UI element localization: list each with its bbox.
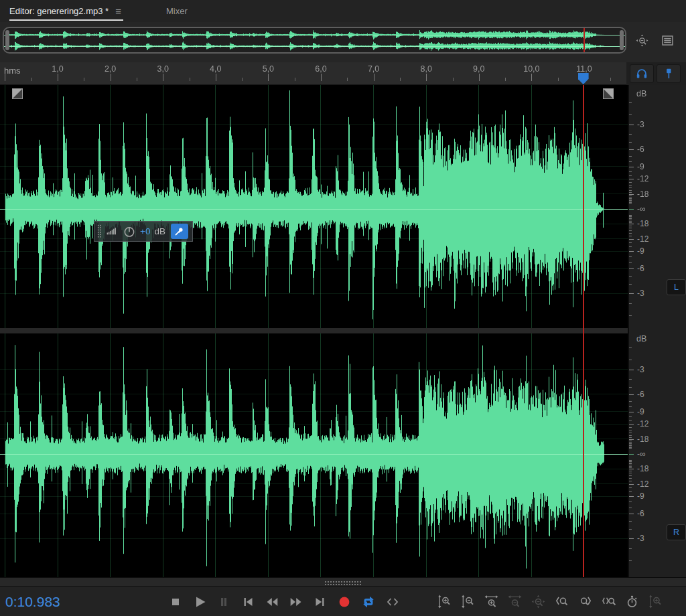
- db-label: -9: [637, 491, 644, 501]
- zoom-out-h-icon: [507, 594, 523, 609]
- rewind-button[interactable]: [263, 593, 281, 611]
- db-label: -6: [637, 509, 644, 518]
- db-tick: [629, 192, 632, 193]
- db-axis-label: dB: [636, 334, 646, 343]
- zoom-in-time-button[interactable]: [482, 593, 500, 611]
- db-tick: [629, 216, 632, 217]
- db-tick: [629, 246, 632, 247]
- ruler-time-label: 5,0: [263, 64, 274, 74]
- db-label: -3: [637, 365, 644, 374]
- overview-menu-button[interactable]: [658, 31, 677, 49]
- gain-hud[interactable]: +0 dB: [94, 221, 193, 242]
- play-button[interactable]: [190, 593, 209, 611]
- db-tick: [629, 221, 632, 222]
- hud-drag-handle-icon[interactable]: [97, 224, 102, 238]
- db-tick: [629, 491, 632, 492]
- audio-editor-window: Editor: generering2.mp3 * ≡ Mixer hms 1,…: [0, 0, 686, 616]
- db-label: -6: [637, 264, 644, 273]
- pause-button[interactable]: [214, 593, 233, 611]
- db-tick: [629, 156, 632, 157]
- skip-selection-button[interactable]: [383, 593, 402, 611]
- db-tick: [629, 461, 632, 461]
- db-scale-rail[interactable]: L R dB-3-6-9-12-18-3-6-9-12-18-∞dB-3-6-9…: [628, 85, 686, 577]
- zoom-to-in-point-button[interactable]: [553, 593, 570, 611]
- gain-value[interactable]: +0: [140, 226, 150, 236]
- zoom-out-time-button[interactable]: [506, 593, 523, 611]
- left-channel-badge[interactable]: L: [667, 279, 686, 295]
- zoom-out-amplitude-button[interactable]: [459, 593, 476, 611]
- db-tick: [629, 284, 632, 285]
- divider-grip-icon[interactable]: [324, 581, 362, 585]
- db-tick: [629, 125, 634, 125]
- db-tick: [629, 236, 632, 236]
- overview-strip: [0, 22, 686, 62]
- panel-menu-icon[interactable]: ≡: [115, 5, 121, 17]
- db-tick: [629, 233, 632, 234]
- ruler-tick: [374, 74, 374, 81]
- zoom-in-amplitude-button[interactable]: [435, 593, 453, 611]
- zoom-reset-icon: [635, 33, 649, 48]
- stopwatch-icon: [624, 594, 640, 609]
- playhead-marker[interactable]: [578, 73, 589, 84]
- db-tick: [629, 242, 632, 243]
- waveform-display[interactable]: [0, 85, 628, 577]
- db-tick: [629, 293, 634, 294]
- hud-pin-button[interactable]: [171, 224, 188, 239]
- gain-knob-icon[interactable]: [123, 225, 136, 238]
- zoom-to-out-point-button[interactable]: [576, 593, 594, 611]
- skip-to-start-button[interactable]: [238, 593, 257, 611]
- ruler-corner: [626, 62, 686, 85]
- ruler-minor-tick: [242, 78, 243, 81]
- timeline-ruler[interactable]: hms 1,02,03,04,05,06,07,08,09,010,011,0: [0, 62, 626, 85]
- zoom-selection-icon: [601, 594, 616, 609]
- monitor-headphones-button[interactable]: [630, 64, 654, 83]
- pin-icon: [173, 225, 186, 238]
- ruler-minor-tick: [558, 78, 559, 81]
- db-tick: [629, 182, 632, 183]
- headphones-icon: [635, 67, 648, 80]
- stop-button[interactable]: [166, 593, 185, 611]
- db-tick: [629, 406, 632, 407]
- overview-left-handle[interactable]: [5, 30, 9, 50]
- tab-mixer[interactable]: Mixer: [166, 0, 188, 22]
- db-tick: [629, 215, 632, 216]
- overview-right-handle[interactable]: [620, 30, 624, 50]
- db-tick: [629, 481, 632, 481]
- db-label: -18: [637, 189, 648, 198]
- db-tick: [629, 161, 632, 162]
- db-tick: [629, 508, 632, 508]
- fast-forward-button[interactable]: [287, 593, 305, 611]
- db-label: -3: [637, 120, 644, 129]
- db-tick: [629, 218, 632, 218]
- overview-zoom-reset-button[interactable]: [632, 31, 651, 49]
- zoom-to-selection-button[interactable]: [600, 593, 617, 611]
- db-tick: [629, 102, 632, 103]
- fade-in-handle[interactable]: [12, 88, 23, 99]
- tab-editor[interactable]: Editor: generering2.mp3 * ≡: [9, 0, 123, 22]
- fade-out-handle[interactable]: [603, 88, 614, 99]
- db-tick: [629, 442, 632, 443]
- db-tick: [629, 465, 632, 465]
- zoom-reset-button[interactable]: [529, 593, 547, 611]
- db-tick: [629, 179, 634, 179]
- ruler-time-label: 1,0: [52, 64, 63, 74]
- right-channel-badge[interactable]: R: [667, 524, 686, 540]
- skip-to-end-button[interactable]: [311, 593, 330, 611]
- playhead-line[interactable]: [583, 85, 584, 577]
- ruler-tick: [479, 74, 480, 81]
- loop-playback-button[interactable]: [359, 593, 378, 611]
- time-display[interactable]: 0:10.983: [5, 587, 60, 616]
- gain-unit-label: dB: [154, 226, 165, 236]
- db-label-infinity: -∞: [637, 204, 646, 214]
- record-button[interactable]: [335, 593, 354, 611]
- zoom-amplitude-full-button[interactable]: [646, 593, 664, 611]
- zoom-in-v-icon: [648, 594, 663, 609]
- marker-pin-button[interactable]: [657, 64, 681, 83]
- rewind-icon: [264, 594, 280, 610]
- ruler-minor-tick: [400, 78, 401, 81]
- overview-range-selector[interactable]: [3, 27, 626, 54]
- overview-waveform[interactable]: [4, 28, 625, 52]
- panel-divider[interactable]: [0, 577, 686, 586]
- db-tick: [629, 463, 632, 463]
- playback-timer-button[interactable]: [623, 593, 640, 611]
